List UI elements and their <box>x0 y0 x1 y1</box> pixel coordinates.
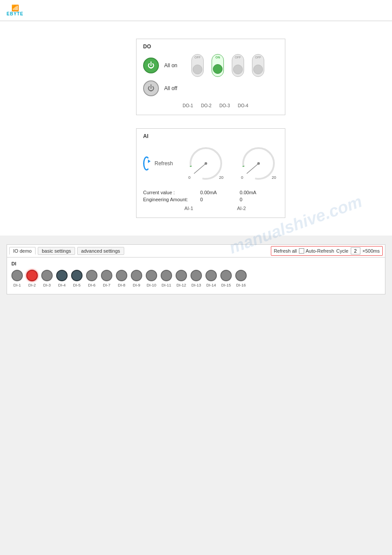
di-label-di8: DI-8 <box>118 283 125 287</box>
do-4-toggle-col: OFF <box>252 54 264 77</box>
di-led-di14[interactable] <box>205 270 217 281</box>
ai-engineering-row: Engineering Amount: 0 0 <box>143 197 278 202</box>
header: 📶 EBYTE <box>0 0 392 21</box>
di-led-di15[interactable] <box>220 270 232 281</box>
di-led-di4[interactable] <box>56 270 68 281</box>
di-led-di3[interactable] <box>41 270 53 281</box>
do-all-on-row: ⏻ All on OFF ON <box>143 54 278 77</box>
ai-2-gauge-min: 0 <box>241 175 243 180</box>
di-label-di12: DI-12 <box>176 283 186 287</box>
do-channel-labels: DO-1 DO-2 DO-3 DO-4 <box>143 102 278 108</box>
di-led-di11[interactable] <box>161 270 172 281</box>
do-3-toggle-col: OFF <box>232 54 244 77</box>
di-col-di3: DI-3 <box>41 270 53 287</box>
di-label-di1: DI-1 <box>13 283 21 287</box>
di-label-di15: DI-15 <box>221 283 231 287</box>
di-led-di6[interactable] <box>86 270 97 281</box>
do-4-toggle[interactable]: OFF <box>252 54 264 77</box>
di-col-di6: DI-6 <box>86 270 97 287</box>
di-col-di5: DI-5 <box>71 270 83 287</box>
do-3-toggle[interactable]: OFF <box>232 54 244 77</box>
do-panel: DO ⏻ All on OFF <box>136 39 285 115</box>
do-controls: ⏻ All on OFF ON <box>143 54 278 108</box>
do-ch-4-label: DO-4 <box>238 103 248 108</box>
di-label-di9: DI-9 <box>133 283 140 287</box>
svg-line-6 <box>247 163 259 174</box>
di-led-di12[interactable] <box>176 270 187 281</box>
di-col-di13: DI-13 <box>191 270 202 287</box>
auto-refresh-label: Auto-Refresh <box>306 248 334 254</box>
tab-advanced-settings[interactable]: advanced settings <box>77 247 124 255</box>
main-content: DO ⏻ All on OFF <box>0 21 392 236</box>
di-label-di16: DI-16 <box>236 283 246 287</box>
di-label-di3: DI-3 <box>43 283 50 287</box>
ai-2-engineering: 0 <box>240 197 275 202</box>
do-1-toggle-col: OFF <box>191 54 204 77</box>
all-on-label: All on <box>164 62 182 69</box>
ai-2-gauge-max: 20 <box>272 175 276 180</box>
auto-refresh-checkbox[interactable] <box>299 248 304 254</box>
di-col-di7: DI-7 <box>101 270 112 287</box>
do-1-toggle[interactable]: OFF <box>191 54 204 77</box>
all-off-button[interactable]: ⏻ <box>143 80 159 96</box>
ai-1-gauge-min: 0 <box>188 175 191 180</box>
di-label-di4: DI-4 <box>58 283 65 287</box>
svg-point-3 <box>205 162 207 165</box>
di-col-di2: DI-2 <box>26 270 38 287</box>
di-col-di12: DI-12 <box>176 270 187 287</box>
do-toggles: OFF ON OFF <box>191 54 264 77</box>
cycle-label: Cycle <box>336 248 349 254</box>
do-ch-2-label: DO-2 <box>201 103 212 108</box>
svg-line-2 <box>194 163 206 174</box>
all-on-button[interactable]: ⏻ <box>143 58 159 73</box>
ai-gauges: 0 20 0 20 <box>177 144 278 183</box>
di-label-di13: DI-13 <box>191 283 201 287</box>
do-2-toggle[interactable]: ON <box>212 54 224 77</box>
di-led-di13[interactable] <box>191 270 202 281</box>
ai-header: Refresh <box>143 144 278 183</box>
refresh-icon[interactable] <box>143 156 150 170</box>
do-2-on-label: ON <box>216 56 220 59</box>
ai-channel-labels: AI-1 AI-2 <box>143 206 278 211</box>
refresh-all-button[interactable]: Refresh all <box>274 248 297 254</box>
di-col-di16: DI-16 <box>235 270 247 287</box>
ai-current-value-label: Current value : <box>143 190 196 195</box>
cycle-input[interactable] <box>351 247 360 254</box>
tabs-right: Refresh all Auto-Refresh Cycle ×500ms <box>271 246 383 256</box>
di-led-di16[interactable] <box>235 270 247 281</box>
ai-refresh-label: Refresh <box>155 160 173 167</box>
bottom-panel: IO demo basic settings advanced settings… <box>7 244 385 294</box>
di-label-di11: DI-11 <box>162 283 171 287</box>
di-section: DI DI-1DI-2DI-3DI-4DI-5DI-6DI-7DI-8DI-9D… <box>7 258 385 294</box>
di-col-di9: DI-9 <box>131 270 142 287</box>
ms-label: ×500ms <box>363 248 380 254</box>
do-1-knob <box>193 65 202 74</box>
di-title: DI <box>11 261 381 266</box>
bottom-tabs: IO demo basic settings advanced settings… <box>7 245 385 258</box>
ai-2-channel-label: AI-2 <box>222 206 261 211</box>
di-col-di4: DI-4 <box>56 270 68 287</box>
di-led-di5[interactable] <box>71 270 83 281</box>
di-led-di10[interactable] <box>146 270 157 281</box>
ai-1-gauge-container: 0 20 <box>186 144 226 183</box>
di-led-di7[interactable] <box>101 270 112 281</box>
di-led-di9[interactable] <box>131 270 142 281</box>
tab-basic-settings[interactable]: basic settings <box>38 247 75 255</box>
ai-2-gauge-container: 0 20 <box>239 144 278 183</box>
ai-panel-title: AI <box>143 133 278 139</box>
di-col-di10: DI-10 <box>146 270 157 287</box>
do-2-knob <box>213 64 223 74</box>
di-led-di2[interactable] <box>26 270 38 281</box>
do-ch-1-label: DO-1 <box>183 103 193 108</box>
di-label-di14: DI-14 <box>206 283 216 287</box>
di-col-di15: DI-15 <box>220 270 232 287</box>
ai-2-gauge-col: 0 20 <box>239 144 278 183</box>
do-ch-3-label: DO-3 <box>219 103 230 108</box>
ai-panel: AI Refresh <box>136 128 285 218</box>
ai-1-engineering: 0 <box>200 197 235 202</box>
tab-io-demo[interactable]: IO demo <box>9 247 36 255</box>
do-2-toggle-col: ON <box>212 54 224 77</box>
di-led-di8[interactable] <box>116 270 127 281</box>
logo-text: EBYTE <box>7 11 23 16</box>
di-led-di1[interactable] <box>11 270 23 281</box>
